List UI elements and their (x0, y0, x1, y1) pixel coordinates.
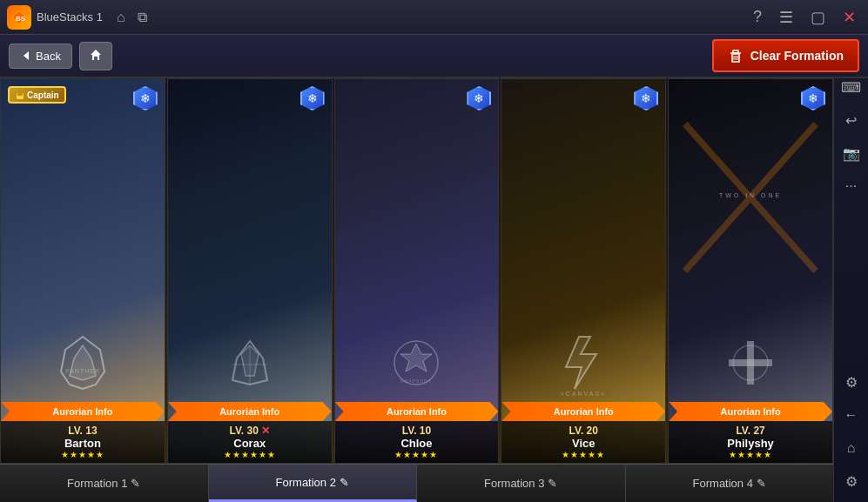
vice-card-info: LV. 20 Vice ★★★★★ (501, 421, 665, 463)
characters-container: PANTHER Captain ❄ Aurorian Info LV. 13 B… (0, 78, 833, 464)
philyshy-stars: ★★★★★ (729, 450, 772, 459)
barton-aurorian-btn[interactable]: Aurorian Info (1, 402, 165, 421)
app-name: BlueStacks 1 (37, 10, 103, 23)
svg-marker-3 (91, 50, 101, 60)
two-in-one-label: TWO IN ONE (719, 192, 782, 198)
formation-tab-3[interactable]: Formation 3 ✎ (417, 465, 626, 502)
corax-level-cross: ✕ (261, 425, 270, 437)
trash-icon (728, 48, 744, 64)
barton-stars: ★★★★★ (61, 450, 104, 459)
nav-bar: Back Clear Formation (0, 35, 868, 78)
corax-stars: ★★★★★★ (224, 450, 276, 459)
menu-icon[interactable]: ☰ (774, 6, 798, 29)
clear-formation-button[interactable]: Clear Formation (712, 39, 859, 72)
chloe-stars: ★★★★★ (394, 450, 438, 459)
raven-emblem (215, 328, 285, 398)
formation-4-edit-icon: ✎ (757, 477, 766, 490)
title-bar: BS BlueStacks 1 ⌂ ⧉ ? ☰ ▢ ✕ (0, 0, 868, 35)
corax-level: LV. 30 ✕ (230, 425, 270, 437)
philyshy-aurorian-label: Aurorian Info (721, 406, 781, 417)
home-button[interactable] (79, 42, 112, 70)
barton-aurorian-label: Aurorian Info (52, 406, 112, 417)
cross-emblem (716, 328, 785, 398)
corax-aurorian-label: Aurorian Info (219, 406, 279, 417)
svg-text:RHAPSODY: RHAPSODY (400, 378, 432, 384)
character-card-chloe[interactable]: RHAPSODY ❄ Aurorian Info LV. 10 Chloe ★★… (334, 78, 500, 464)
back-arrow-icon (20, 50, 32, 62)
clear-formation-label: Clear Formation (750, 49, 844, 63)
svg-text:BS: BS (16, 15, 26, 23)
captain-icon (15, 90, 25, 100)
corax-name: Corax (233, 437, 266, 450)
formation-tab-1[interactable]: Formation 1 ✎ (0, 465, 209, 502)
sidebar-rotate-icon[interactable]: ↩ (838, 106, 865, 134)
formation-tab-2[interactable]: Formation 2 ✎ (209, 465, 418, 502)
character-card-philyshy[interactable]: TWO IN ONE ❄ Aurorian Info LV. 27 Philys… (668, 78, 833, 464)
barton-name: Barton (64, 437, 101, 450)
chloe-name: Chloe (400, 437, 432, 450)
character-card-corax[interactable]: ❄ Aurorian Info LV. 30 ✕ Corax ★★★★★★ (167, 78, 333, 464)
main-content: PANTHER Captain ❄ Aurorian Info LV. 13 B… (0, 78, 833, 502)
svg-marker-2 (24, 51, 29, 60)
close-icon[interactable]: ✕ (838, 6, 861, 29)
vice-aurorian-label: Aurorian Info (554, 406, 614, 417)
philyshy-card-info: LV. 27 Philyshy ★★★★★ (669, 421, 832, 463)
barton-card-info: LV. 13 Barton ★★★★★ (1, 421, 165, 463)
sidebar-settings-icon[interactable]: ⚙ (838, 368, 865, 396)
back-label: Back (36, 50, 61, 63)
svg-rect-6 (733, 50, 738, 53)
philyshy-level: LV. 27 (736, 425, 764, 437)
formation-2-edit-icon: ✎ (340, 476, 349, 489)
sidebar-back-icon[interactable]: ← (838, 401, 865, 429)
formation-tab-4[interactable]: Formation 4 ✎ (626, 465, 834, 502)
barton-level: LV. 13 (68, 425, 97, 437)
character-card-vice[interactable]: ×CANVAS× ❄ Aurorian Info LV. 20 Vice ★★★… (501, 78, 666, 464)
restore-icon[interactable]: ▢ (805, 6, 831, 29)
vice-stars: ★★★★★ (562, 450, 605, 459)
home-nav-icon[interactable]: ⌂ (117, 10, 125, 25)
chloe-aurorian-btn[interactable]: Aurorian Info (335, 402, 499, 421)
copy-nav-icon[interactable]: ⧉ (138, 10, 147, 25)
crown-emblem: RHAPSODY (381, 328, 451, 398)
philyshy-name: Philyshy (727, 437, 773, 450)
chloe-aurorian-label: Aurorian Info (387, 406, 447, 417)
sidebar-settings2-icon[interactable]: ⚙ (838, 467, 865, 495)
formation-3-edit-icon: ✎ (548, 477, 557, 490)
chloe-level: LV. 10 (402, 425, 431, 437)
app-logo: BS (7, 5, 31, 30)
corax-card-info: LV. 30 ✕ Corax ★★★★★★ (168, 421, 332, 463)
character-card-barton[interactable]: PANTHER Captain ❄ Aurorian Info LV. 13 B… (0, 78, 165, 464)
sidebar-home-icon[interactable]: ⌂ (838, 434, 865, 462)
sidebar-more-icon[interactable]: ··· (838, 172, 865, 200)
formation-tabs: Formation 1 ✎ Formation 2 ✎ Formation 3 … (0, 464, 833, 502)
home-icon (89, 48, 103, 62)
corax-aurorian-btn[interactable]: Aurorian Info (168, 402, 332, 421)
title-bar-nav-icons: ⌂ ⧉ (117, 10, 147, 25)
svg-marker-16 (400, 344, 432, 371)
svg-text:PANTHER: PANTHER (65, 368, 100, 374)
chloe-card-info: LV. 10 Chloe ★★★★★ (335, 421, 499, 463)
formation-1-edit-icon: ✎ (131, 477, 140, 490)
vice-name: Vice (572, 437, 595, 450)
vice-level: LV. 20 (569, 425, 598, 437)
captain-badge: Captain (8, 86, 66, 104)
philyshy-aurorian-btn[interactable]: Aurorian Info (669, 402, 832, 421)
window-controls: ? ☰ ▢ ✕ (748, 6, 861, 29)
wolf-emblem: PANTHER (48, 328, 118, 398)
captain-label: Captain (27, 90, 59, 100)
lightning-emblem: ×CANVAS× (548, 328, 618, 398)
vice-aurorian-btn[interactable]: Aurorian Info (501, 402, 665, 421)
back-button[interactable]: Back (9, 44, 72, 69)
svg-text:×CANVAS×: ×CANVAS× (561, 391, 606, 397)
help-icon[interactable]: ? (748, 6, 767, 28)
sidebar-camera-icon[interactable]: 📷 (838, 139, 865, 167)
svg-marker-12 (17, 90, 23, 96)
